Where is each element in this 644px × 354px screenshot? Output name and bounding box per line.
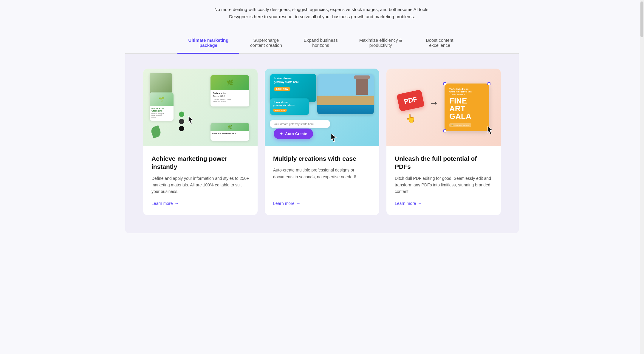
transform-arrow: →	[429, 98, 439, 109]
auto-create-label: Auto-Create	[285, 132, 307, 136]
selection-handle-tl	[443, 82, 446, 85]
learn-more-arrow-3: →	[418, 201, 422, 206]
top-text-line2: Desygner is here to your rescue, to solv…	[125, 13, 519, 20]
tab-boost[interactable]: Boost contentexcellence	[413, 32, 467, 53]
auto-create-star: ✦	[280, 132, 283, 136]
card-marketing: 🌿 Embrace theGreen Life! Discover the jo…	[143, 69, 258, 215]
learn-more-arrow-2: →	[296, 201, 301, 206]
color-dots	[179, 112, 184, 131]
collage-photo-top	[150, 73, 172, 95]
learn-more-label-2: Learn more	[273, 201, 295, 206]
collage-card-bottom: 🌿 Embrace the Green Life!	[210, 123, 249, 141]
card-multiply-learn-more[interactable]: Learn more →	[273, 201, 371, 206]
selection-handle-tr	[487, 82, 490, 85]
card-pdf-body: Unleash the full potential of PDFs Ditch…	[386, 146, 501, 215]
learn-more-label-3: Learn more	[395, 201, 416, 206]
teal-dream-card: ✈ Your dreamgetaway starts here. BOOK NO…	[270, 74, 316, 102]
tab-boost-label: Boost contentexcellence	[426, 38, 453, 48]
collage-card-plant: 🌱 Embrace theGreen Life! Discover the jo…	[150, 92, 174, 121]
pdf-section: PDF 👆	[398, 92, 423, 123]
card-marketing-desc: Define and apply your information and st…	[151, 175, 249, 195]
tab-expand-label: Expand businesshorizons	[304, 38, 338, 48]
learn-more-arrow-1: →	[175, 201, 179, 206]
cursor-icon	[188, 116, 194, 125]
tab-maximize-label: Maximize efficiency &productivity	[359, 38, 402, 48]
card-pdf: PDF 👆 → You're invited to ourGrand Art F…	[386, 69, 501, 215]
card-marketing-body: Achieve marketing power instantly Define…	[143, 146, 258, 215]
tab-ultimate-label: Ultimate marketingpackage	[188, 38, 228, 48]
leaf-icons	[151, 126, 160, 137]
top-description: No more dealing with costly designers, s…	[125, 0, 519, 32]
beach-photo	[317, 74, 374, 114]
tab-expand[interactable]: Expand businesshorizons	[293, 32, 348, 53]
card-multiply-image: ✈ Your dreamgetaway starts here. BOOK NO…	[265, 69, 379, 146]
pdf-badge: PDF	[397, 89, 425, 111]
card-marketing-learn-more[interactable]: Learn more →	[151, 201, 249, 206]
tab-ultimate[interactable]: Ultimate marketingpackage	[177, 32, 239, 53]
content-area: 🌿 Embrace theGreen Life! Discover the jo…	[125, 54, 519, 233]
cursor-icon-3	[487, 126, 493, 135]
tabs-navigation: Ultimate marketingpackage Superchargecon…	[125, 32, 519, 54]
collage-card-large: 🌿 Embrace theGreen Life! Discover the jo…	[210, 75, 249, 106]
card-pdf-image: PDF 👆 → You're invited to ourGrand Art F…	[386, 69, 501, 146]
tab-supercharge[interactable]: Superchargecontent creation	[239, 32, 293, 53]
card-multiply-body: Multiply creations with ease Auto-create…	[265, 146, 379, 215]
tab-maximize[interactable]: Maximize efficiency &productivity	[349, 32, 413, 53]
cards-row: 🌿 Embrace theGreen Life! Discover the jo…	[143, 69, 501, 215]
cursor-icon-2	[330, 133, 337, 143]
learn-more-label-1: Learn more	[151, 201, 173, 206]
event-card-wrapper: You're invited to ourGrand Art Festival …	[445, 84, 489, 131]
card-marketing-image: 🌿 Embrace theGreen Life! Discover the jo…	[143, 69, 258, 146]
auto-create-button[interactable]: ✦ Auto-Create	[274, 129, 313, 139]
event-card: You're invited to ourGrand Art Festival …	[445, 84, 489, 131]
input-mock: Your dream getaway starts here.	[270, 120, 330, 128]
card-marketing-title: Achieve marketing power instantly	[151, 154, 249, 171]
scrollbar[interactable]	[640, 0, 644, 354]
selection-handle-bl	[443, 129, 446, 132]
card-multiply-desc: Auto-create multiple professional design…	[273, 167, 371, 195]
card-pdf-desc: Ditch dull PDF editing for good! Seamles…	[395, 175, 493, 195]
tab-supercharge-label: Superchargecontent creation	[250, 38, 282, 48]
card-pdf-learn-more[interactable]: Learn more →	[395, 201, 493, 206]
scrollbar-thumb[interactable]	[640, 1, 643, 37]
teal-dream-card-small: ✈ Your dreamgetaway starts here. BOOK NO…	[270, 98, 309, 115]
top-text-line1: No more dealing with costly designers, s…	[125, 6, 519, 13]
card-multiply: ✈ Your dreamgetaway starts here. BOOK NO…	[265, 69, 379, 215]
hand-cursor: 👆	[405, 113, 416, 123]
card-pdf-title: Unleash the full potential of PDFs	[395, 154, 493, 171]
card-multiply-title: Multiply creations with ease	[273, 154, 371, 163]
